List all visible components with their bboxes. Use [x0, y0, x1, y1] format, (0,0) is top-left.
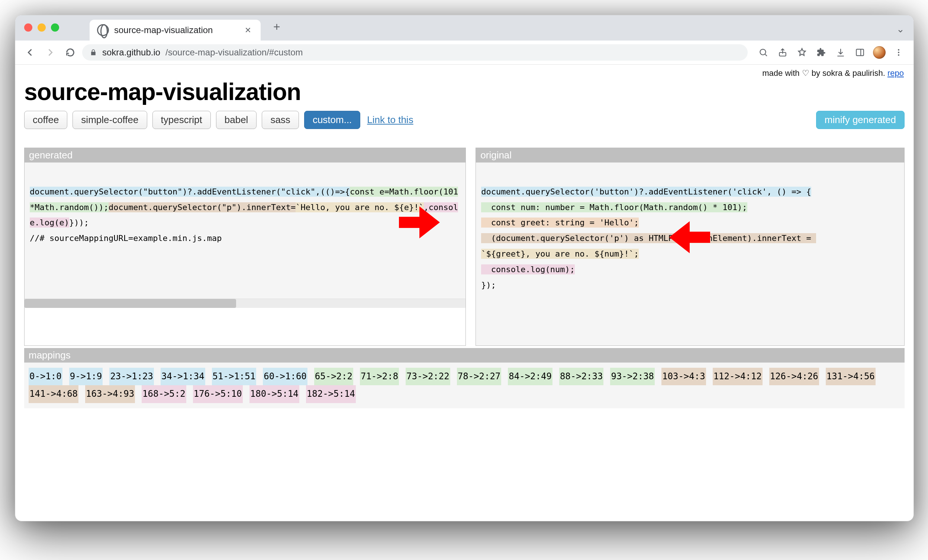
- mapping-item[interactable]: 73->2:22: [406, 368, 450, 386]
- code-line[interactable]: `${greet}, you are no. ${num}!`;: [481, 249, 639, 259]
- mapping-item[interactable]: 103->4:3: [661, 368, 706, 386]
- globe-icon: [97, 24, 109, 36]
- mapping-item[interactable]: 51->1:51: [212, 368, 256, 386]
- tab-typescript[interactable]: typescript: [153, 111, 211, 129]
- mapping-item[interactable]: 0->1:0: [29, 368, 63, 386]
- code-line[interactable]: (document.querySelector('p') as HTMLPara…: [481, 233, 816, 243]
- original-code[interactable]: document.querySelector('button')?.addEve…: [476, 162, 904, 345]
- extensions-icon[interactable]: [813, 44, 829, 61]
- url-path: /source-map-visualization/#custom: [165, 47, 303, 58]
- link-to-this[interactable]: Link to this: [367, 114, 413, 126]
- code-segment[interactable]: }));: [69, 218, 89, 227]
- mapping-item[interactable]: 131->4:56: [826, 368, 876, 386]
- mappings-list[interactable]: 0->1:09->1:923->1:2334->1:3451->1:5160->…: [24, 363, 905, 408]
- code-line[interactable]: console.log(num);: [481, 264, 575, 275]
- code-line[interactable]: });: [481, 280, 496, 290]
- mapping-item[interactable]: 126->4:26: [769, 368, 819, 386]
- fullscreen-window-button[interactable]: [51, 23, 59, 32]
- annotation-arrow-right-icon: [399, 174, 468, 270]
- original-panel-title: original: [476, 148, 904, 162]
- generated-panel: generated document.querySelector("button…: [24, 148, 466, 346]
- close-window-button[interactable]: [24, 23, 32, 32]
- mapping-item[interactable]: 84->2:49: [508, 368, 553, 386]
- mapping-item[interactable]: 93->2:38: [610, 368, 655, 386]
- svg-point-0: [760, 49, 766, 55]
- mapping-item[interactable]: 71->2:8: [360, 368, 399, 386]
- browser-window: source-map-visualization × + ⌄ sokra.git…: [15, 15, 914, 521]
- search-icon[interactable]: [755, 44, 771, 61]
- mapping-item[interactable]: 163->4:93: [85, 385, 135, 403]
- code-line[interactable]: const greet: string = 'Hello';: [481, 218, 639, 227]
- tab-babel[interactable]: babel: [216, 111, 257, 129]
- close-tab-button[interactable]: ×: [243, 25, 253, 35]
- mapping-item[interactable]: 88->2:33: [559, 368, 604, 386]
- mapping-item[interactable]: 34->1:34: [160, 368, 205, 386]
- page-content: made with ♡ by sokra & paulirish. repo s…: [15, 65, 914, 423]
- share-icon[interactable]: [774, 44, 791, 61]
- generated-code[interactable]: document.querySelector("button")?.addEve…: [24, 162, 466, 299]
- browser-toolbar: sokra.github.io/source-map-visualization…: [15, 41, 914, 65]
- mapping-item[interactable]: 23->1:23: [109, 368, 154, 386]
- tab-coffee[interactable]: coffee: [24, 111, 67, 129]
- browser-tab[interactable]: source-map-visualization ×: [90, 20, 261, 41]
- url-host: sokra.github.io: [102, 47, 160, 58]
- forward-button[interactable]: [42, 44, 58, 61]
- example-tabs-row: coffee simple-coffee typescript babel sa…: [24, 111, 905, 129]
- mapping-item[interactable]: 176->5:10: [193, 385, 243, 403]
- reload-button[interactable]: [62, 44, 78, 61]
- window-titlebar: source-map-visualization × + ⌄: [15, 15, 914, 41]
- generated-panel-title: generated: [24, 148, 466, 162]
- credit-line: made with ♡ by sokra & paulirish. repo: [762, 69, 904, 78]
- original-panel: original document.querySelector('button'…: [476, 148, 905, 346]
- mappings-panel: mappings 0->1:09->1:923->1:2334->1:3451-…: [24, 348, 905, 408]
- lock-icon: [90, 49, 97, 56]
- tabs-dropdown-button[interactable]: ⌄: [896, 23, 905, 35]
- code-segment[interactable]: document.querySelector("p").innerText=: [108, 202, 296, 212]
- tab-simple-coffee[interactable]: simple-coffee: [72, 111, 147, 129]
- svg-rect-2: [856, 49, 864, 55]
- minify-generated-button[interactable]: minify generated: [816, 111, 905, 129]
- mapping-item[interactable]: 65->2:2: [314, 368, 353, 386]
- mappings-panel-title: mappings: [24, 348, 905, 363]
- mapping-item[interactable]: 9->1:9: [69, 368, 103, 386]
- mapping-item[interactable]: 180->5:14: [249, 385, 299, 403]
- code-segment[interactable]: document.querySelector("button")?.addEve…: [30, 187, 350, 197]
- annotation-arrow-left-icon: [669, 189, 738, 285]
- downloads-icon[interactable]: [832, 44, 849, 61]
- traffic-lights: [24, 23, 59, 32]
- code-comment: //# sourceMappingURL=example.min.js.map: [30, 233, 222, 243]
- new-tab-button[interactable]: +: [268, 20, 285, 34]
- tab-sass[interactable]: sass: [262, 111, 299, 129]
- tab-title: source-map-visualization: [114, 25, 238, 35]
- svg-point-4: [898, 52, 899, 53]
- tab-custom[interactable]: custom...: [304, 111, 360, 129]
- mapping-item[interactable]: 182->5:14: [306, 385, 356, 403]
- bookmark-star-icon[interactable]: [794, 44, 810, 61]
- side-panel-icon[interactable]: [852, 44, 868, 61]
- minimize-window-button[interactable]: [38, 23, 46, 32]
- back-button[interactable]: [22, 44, 38, 61]
- svg-point-5: [898, 54, 899, 56]
- address-bar[interactable]: sokra.github.io/source-map-visualization…: [82, 44, 748, 61]
- profile-avatar[interactable]: [871, 44, 887, 61]
- code-line[interactable]: document.querySelector('button')?.addEve…: [481, 187, 811, 197]
- page-title: source-map-visualization: [24, 78, 905, 105]
- menu-button[interactable]: [890, 44, 907, 61]
- mapping-item[interactable]: 78->2:27: [457, 368, 502, 386]
- mapping-item[interactable]: 141->4:68: [29, 385, 78, 403]
- svg-point-3: [898, 49, 899, 50]
- mapping-item[interactable]: 60->1:60: [263, 368, 307, 386]
- horizontal-scrollbar[interactable]: [24, 299, 466, 308]
- mapping-item[interactable]: 168->5:2: [142, 385, 186, 403]
- mapping-item[interactable]: 112->4:12: [713, 368, 763, 386]
- repo-link[interactable]: repo: [887, 69, 904, 78]
